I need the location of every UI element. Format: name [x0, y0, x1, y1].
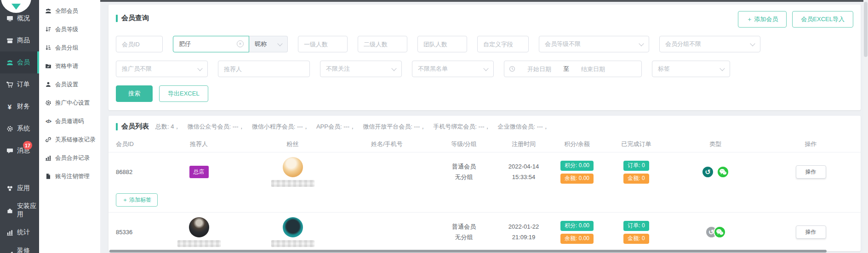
- submenu-item-label: 会员合并记录: [55, 154, 90, 162]
- submenu-item-qualification[interactable]: 资格申请: [39, 57, 100, 75]
- vertical-scrollbar-thumb[interactable]: [864, 2, 868, 57]
- stat-app: APP会员: ---，: [316, 123, 355, 131]
- submenu-item-all-members[interactable]: 全部会员: [39, 2, 100, 20]
- sidebar-item-orders[interactable]: 订单: [0, 73, 39, 96]
- title-accent-bar: [116, 15, 118, 22]
- member-id-input[interactable]: [116, 36, 163, 52]
- add-member-button[interactable]: ＋ 添加会员: [738, 11, 787, 28]
- register-date: 2022-01-22: [496, 222, 551, 232]
- table-row: 86882 总店 普通会员 无分组 2022-04-14 15:33:54: [108, 152, 861, 191]
- wechat-icon: [717, 166, 729, 178]
- col-header: 类型: [670, 140, 761, 148]
- nickname-type-select[interactable]: 昵称: [249, 36, 288, 52]
- sidebar-item-label: 订单: [17, 80, 30, 89]
- stat-total: 总数: 4，: [155, 123, 180, 131]
- sidebar-item-label: 应用: [17, 184, 30, 192]
- list-title: 会员列表: [121, 122, 149, 131]
- sidebar-item-statistics[interactable]: 统计: [0, 221, 39, 243]
- submenu-item-relation-log[interactable]: 关系链修改记录: [39, 130, 100, 149]
- submenu-item-merge-log[interactable]: 会员合并记录: [39, 149, 100, 167]
- avatar[interactable]: [283, 157, 303, 177]
- submenu-item-label: 关系链修改记录: [55, 136, 96, 144]
- horizontal-scrollbar[interactable]: [109, 250, 827, 253]
- sidebar-item-members[interactable]: 会员: [0, 51, 39, 73]
- sidebar-spacer: [0, 162, 39, 177]
- active-indicator: [37, 51, 39, 73]
- list-head: 会员列表 总数: 4， 微信公众号会员: ---， 微信小程序会员: ---， …: [108, 122, 861, 131]
- member-level: 普通会员: [432, 162, 496, 172]
- register-date-range[interactable]: 至: [504, 61, 642, 77]
- member-level-select[interactable]: 会员等级不限: [539, 36, 649, 52]
- member-group-placeholder: 会员分组不限: [665, 40, 701, 48]
- sidebar-item-apps[interactable]: 应用: [0, 177, 39, 199]
- points-badge: 积分: 0.00: [560, 221, 594, 231]
- referrer-cell: 总店: [154, 166, 243, 178]
- level-group-cell: 普通会员 无分组: [432, 162, 496, 182]
- register-time: 15:33:54: [496, 172, 551, 182]
- submenu-item-account-cancel[interactable]: 账号注销管理: [39, 167, 100, 186]
- excel-import-button[interactable]: 会员EXCEL导入: [792, 11, 853, 28]
- nickname-search-combo: × 昵称: [173, 36, 288, 52]
- submenu-item-promo-center[interactable]: 推广中心设置: [39, 94, 100, 112]
- register-time-cell: 2022-01-22 21:09:19: [496, 222, 551, 242]
- main-content: 会员查询 ＋ 添加会员 会员EXCEL导入 × 昵称: [100, 0, 868, 253]
- puzzle-icon: [6, 207, 14, 214]
- referrer-store-badge: 总店: [189, 166, 209, 178]
- register-time-cell: 2022-04-14 15:33:54: [496, 162, 551, 182]
- page: 概况 商品 会员 订单 ¥ 财务 系统: [0, 0, 868, 253]
- chevron-down-icon: [277, 41, 282, 46]
- tag-select[interactable]: 标签: [652, 61, 730, 77]
- end-date-input[interactable]: [571, 66, 615, 73]
- row-action-button[interactable]: 操作: [796, 165, 826, 179]
- sidebar-item-diy[interactable]: 装修DIY: [0, 243, 39, 253]
- submenu-item-member-groups[interactable]: 会员分组: [39, 39, 100, 57]
- query-head-row: 会员查询 ＋ 添加会员 会员EXCEL导入: [116, 11, 853, 28]
- stat-wecom: 企业微信会员: ---，: [498, 123, 549, 131]
- referrer-input[interactable]: [218, 61, 310, 77]
- blurred-nickname: [271, 180, 314, 187]
- export-excel-button[interactable]: 导出EXCEL: [159, 85, 208, 102]
- row-action-button[interactable]: 操作: [796, 225, 826, 239]
- sidebar-item-install-apps[interactable]: 安装应用: [0, 199, 39, 221]
- col-header: 等级/分组: [432, 140, 496, 148]
- member-query-card: 会员查询 ＋ 添加会员 会员EXCEL导入 × 昵称: [108, 5, 861, 110]
- query-title-wrap: 会员查询: [116, 14, 149, 22]
- clear-icon[interactable]: ×: [237, 40, 244, 47]
- blacklist-select[interactable]: 不限黑名单: [412, 61, 494, 77]
- member-level: 普通会员: [432, 222, 496, 232]
- member-group-select[interactable]: 会员分组不限: [659, 36, 760, 52]
- sidebar-item-system[interactable]: 系统: [0, 118, 39, 140]
- blurred-nickname: [177, 240, 221, 247]
- members-group-icon: [45, 8, 52, 14]
- sidebar-item-finance[interactable]: ¥ 财务: [0, 96, 39, 118]
- sidebar-item-label: 系统: [17, 124, 30, 133]
- date-to-label: 至: [563, 65, 569, 73]
- cart-icon: [6, 81, 14, 88]
- title-accent-bar: [116, 123, 118, 130]
- level1-count-input[interactable]: [298, 36, 348, 52]
- amount-badge: 金额: 0: [623, 234, 649, 244]
- logo-triangle-icon: [11, 4, 21, 10]
- avatar[interactable]: [283, 217, 303, 237]
- team-count-input[interactable]: [417, 36, 467, 52]
- start-date-input[interactable]: [517, 66, 561, 73]
- sidebar-item-goods[interactable]: 商品: [0, 29, 39, 51]
- submenu-item-member-levels[interactable]: 会员等级: [39, 20, 100, 39]
- level2-count-input[interactable]: [358, 36, 407, 52]
- vertical-scrollbar-track[interactable]: [863, 0, 868, 253]
- member-list-card: 会员列表 总数: 4， 微信公众号会员: ---， 微信小程序会员: ---， …: [108, 116, 861, 251]
- add-tag-button[interactable]: ＋ 添加标签: [116, 193, 158, 207]
- submenu-item-invite-code[interactable]: </> 会员邀请码: [39, 112, 100, 130]
- custom-field-input[interactable]: [477, 36, 529, 52]
- fan-cell: [243, 217, 342, 247]
- main-sidebar-list: 概况 商品 会员 订单 ¥ 财务 系统: [0, 0, 39, 253]
- amount-badge: 金额: 0: [623, 174, 649, 184]
- avatar[interactable]: [189, 217, 209, 237]
- member-id: 85336: [108, 229, 154, 236]
- sidebar-item-messages[interactable]: 消息 17: [0, 140, 39, 162]
- follow-select[interactable]: 不限关注: [320, 61, 402, 77]
- member-stats: 总数: 4， 微信公众号会员: ---， 微信小程序会员: ---， APP会员…: [155, 123, 556, 131]
- submenu-item-member-settings[interactable]: 会员设置: [39, 75, 100, 94]
- promoter-select[interactable]: 推广员不限: [116, 61, 208, 77]
- search-button[interactable]: 搜索: [116, 85, 153, 102]
